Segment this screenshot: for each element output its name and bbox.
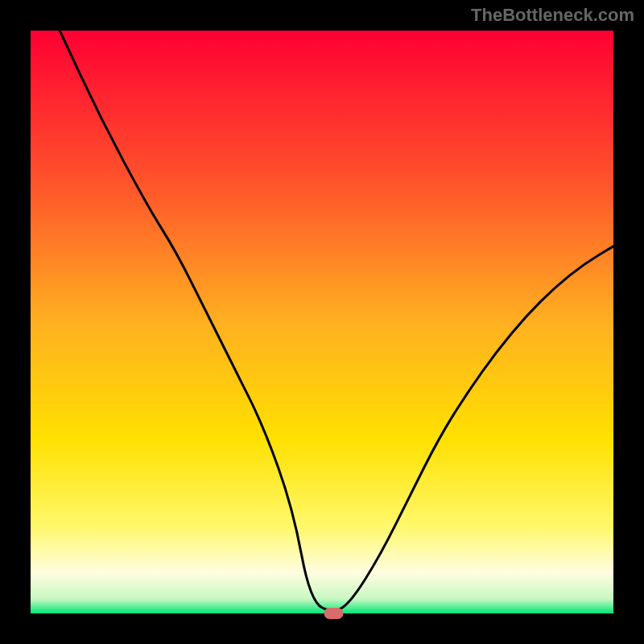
chart-canvas xyxy=(0,0,644,644)
bottleneck-chart: TheBottleneck.com xyxy=(0,0,644,644)
plot-background xyxy=(31,31,613,613)
attribution-text: TheBottleneck.com xyxy=(471,5,634,26)
minimum-marker xyxy=(324,608,343,619)
